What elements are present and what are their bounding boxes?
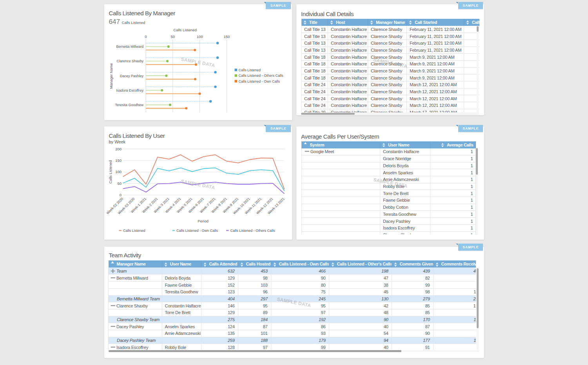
svg-text:Calls Listened: Calls Listened [108,160,113,184]
svg-text:Period: Period [198,219,208,223]
svg-text:100: 100 [115,170,122,174]
svg-text:150: 150 [223,34,230,39]
svg-text:Teresita Goodhew: Teresita Goodhew [115,103,143,107]
svg-text:Dacey Pashley: Dacey Pashley [120,74,143,78]
svg-text:Clarence Shaxby: Clarence Shaxby [116,59,143,63]
svg-text:Calls Listened - Own Calls: Calls Listened - Own Calls [176,229,218,233]
svg-text:Calls Listened: Calls Listened [173,28,197,32]
svg-text:Calls Listened - Others Calls: Calls Listened - Others Calls [230,229,275,233]
svg-text:Calls Listened: Calls Listened [238,68,261,72]
svg-text:Isadora Escoffrey: Isadora Escoffrey [116,89,143,92]
svg-text:200: 200 [115,147,122,151]
svg-text:0: 0 [119,193,121,197]
svg-text:Manager Name: Manager Name [109,63,113,89]
svg-text:Calls Listened - Own Calls: Calls Listened - Own Calls [238,80,280,83]
svg-text:Calls Listened - Others Calls: Calls Listened - Others Calls [238,74,283,78]
svg-text:0: 0 [145,34,147,39]
svg-text:50: 50 [171,34,175,39]
svg-text:150: 150 [115,158,122,163]
svg-text:Calls Listened: Calls Listened [123,229,145,233]
svg-text:50: 50 [117,181,122,186]
svg-text:100: 100 [196,34,203,39]
svg-text:Bernetta Millward: Bernetta Millward [116,45,143,49]
